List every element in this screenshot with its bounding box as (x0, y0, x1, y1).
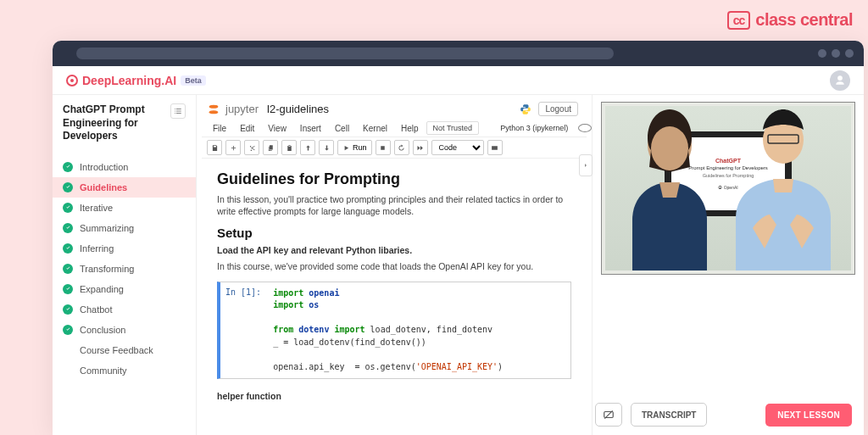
video-player: ChatGPT Prompt Engineering for Developer… (605, 106, 851, 270)
nb-helper-heading: helper function (217, 391, 571, 401)
python-icon (520, 103, 531, 115)
check-icon (63, 284, 73, 294)
add-cell-button[interactable] (225, 140, 241, 155)
toolbar: Run Code (202, 137, 587, 159)
sidebar-item-label: Transforming (80, 264, 134, 274)
svg-point-3 (651, 126, 688, 170)
beta-badge: Beta (181, 75, 206, 86)
sidebar-item-expanding[interactable]: Expanding (53, 279, 196, 299)
avatar[interactable] (830, 70, 850, 91)
cut-button[interactable] (244, 140, 259, 155)
check-icon (63, 182, 73, 192)
sidebar-item-conclusion[interactable]: Conclusion (53, 320, 196, 340)
browser-chrome (53, 41, 864, 66)
restart-run-button[interactable] (413, 140, 428, 155)
window-controls (818, 49, 854, 58)
nb-heading-2: Setup (217, 226, 571, 240)
menu-edit[interactable]: Edit (234, 122, 260, 135)
expand-notebook-button[interactable] (579, 154, 593, 176)
keyboard-icon (491, 144, 498, 152)
clipboard-icon (286, 144, 293, 152)
interrupt-button[interactable] (376, 140, 391, 155)
check-icon (63, 264, 73, 274)
brand[interactable]: DeepLearning.AI Beta (66, 74, 206, 87)
sidebar-item-introduction[interactable]: Introduction (53, 157, 196, 177)
course-title: ChatGPT Prompt Engineering for Developer… (63, 103, 165, 143)
move-up-button[interactable] (300, 140, 315, 155)
cc-badge: cc (727, 11, 751, 30)
arrow-up-icon (304, 144, 312, 152)
collapse-sidebar-button[interactable] (170, 103, 186, 119)
nb-intro: In this lesson, you'll practice two prom… (217, 193, 571, 217)
arrow-down-icon (323, 144, 331, 152)
menu-kernel[interactable]: Kernel (357, 122, 393, 135)
move-down-button[interactable] (319, 140, 334, 155)
next-lesson-button[interactable]: NEXT LESSON (765, 404, 852, 427)
kernel-info: Python 3 (ipykernel) (494, 122, 574, 134)
check-icon (63, 325, 73, 335)
notebook-content: Guidelines for Prompting In this lesson,… (202, 159, 587, 413)
browser-window: DeepLearning.AI Beta ChatGPT Prompt Engi… (53, 41, 864, 435)
sidebar-item-label: Iterative (80, 203, 113, 213)
sidebar-item-transforming[interactable]: Transforming (53, 259, 196, 279)
menu-insert[interactable]: Insert (294, 122, 327, 135)
notebook-pane: jupyter l2-guidelines Logout FileEditVie… (197, 95, 864, 435)
scissors-icon (248, 144, 256, 152)
app: DeepLearning.AI Beta ChatGPT Prompt Engi… (53, 66, 864, 435)
svg-point-0 (209, 104, 219, 108)
check-icon (63, 243, 73, 254)
sidebar-item-label: Community (80, 365, 127, 376)
sidebar-item-course-feedback[interactable]: Course Feedback (53, 340, 196, 360)
sidebar-item-community[interactable]: Community (53, 360, 196, 381)
brand-logo-icon (66, 75, 78, 86)
presenter-left (615, 106, 724, 270)
command-palette-button[interactable] (487, 140, 503, 155)
sidebar-item-guidelines[interactable]: Guidelines (53, 177, 196, 198)
sidebar-item-iterative[interactable]: Iterative (53, 198, 196, 218)
jupyter-word: jupyter (225, 103, 259, 115)
video-column: ChatGPT Prompt Engineering for Developer… (593, 95, 864, 435)
sidebar-item-summarizing[interactable]: Summarizing (53, 218, 196, 238)
cell-type-select[interactable]: Code (431, 140, 484, 155)
video-frame[interactable]: ChatGPT Prompt Engineering for Developer… (601, 102, 855, 275)
main: jupyter l2-guidelines Logout FileEditVie… (197, 95, 864, 435)
menu-help[interactable]: Help (395, 122, 425, 135)
save-icon (211, 144, 219, 152)
save-button[interactable] (207, 140, 222, 155)
url-bar[interactable] (76, 47, 614, 59)
menu-view[interactable]: View (262, 122, 292, 135)
chevron-right-icon (582, 162, 589, 169)
check-icon (63, 223, 73, 233)
list-icon (174, 107, 182, 115)
user-icon (834, 75, 846, 86)
code-body[interactable]: import openai import os from dotenv impo… (266, 282, 570, 379)
menu-bar: FileEditViewInsertCellKernelHelpNot Trus… (202, 120, 587, 137)
nb-paragraph: In this course, we've provided some code… (217, 260, 571, 272)
jupyter-panel: jupyter l2-guidelines Logout FileEditVie… (197, 95, 593, 435)
cc-text: class central (755, 10, 853, 30)
plus-icon (230, 144, 237, 152)
logout-button[interactable]: Logout (538, 102, 578, 116)
code-prompt: In [1]: (220, 282, 266, 379)
brand-name: DeepLearning.AI (82, 74, 176, 87)
restart-button[interactable] (394, 140, 409, 155)
sidebar-item-inferring[interactable]: Inferring (53, 238, 196, 259)
sidebar-item-chatbot[interactable]: Chatbot (53, 299, 196, 320)
sidebar-item-label: Expanding (80, 284, 124, 294)
run-button[interactable]: Run (337, 140, 372, 155)
run-label: Run (353, 143, 367, 152)
nb-heading-1: Guidelines for Prompting (217, 170, 571, 188)
sidebar-item-label: Chatbot (80, 304, 113, 315)
code-cell[interactable]: In [1]: import openai import os from dot… (217, 282, 571, 380)
paste-button[interactable] (281, 140, 297, 155)
play-icon (342, 144, 350, 152)
check-icon (63, 203, 73, 213)
menu-file[interactable]: File (207, 122, 232, 135)
nav-list: IntroductionGuidelinesIterativeSummarizi… (53, 157, 196, 381)
nb-subhead: Load the API key and relevant Python lib… (217, 245, 571, 255)
not-trusted-badge[interactable]: Not Trusted (426, 121, 480, 135)
menu-cell[interactable]: Cell (329, 122, 355, 135)
sidebar-item-label: Conclusion (80, 325, 125, 335)
copy-button[interactable] (263, 140, 278, 155)
notebook-name[interactable]: l2-guidelines (267, 103, 329, 115)
